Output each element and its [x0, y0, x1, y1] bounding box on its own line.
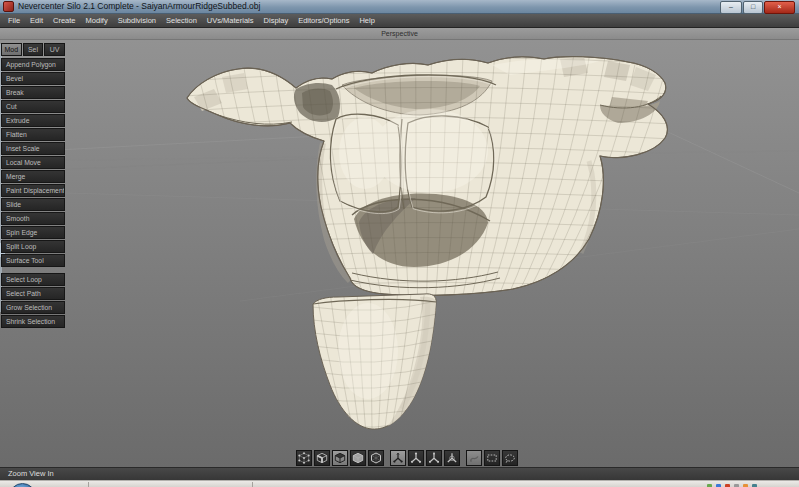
menu-item[interactable]: UVs/Materials — [202, 14, 259, 27]
selection-styles-group — [466, 450, 518, 466]
menu-item[interactable]: Create — [48, 14, 81, 27]
tool-button[interactable]: Local Move — [1, 156, 65, 169]
status-bar: Zoom View In — [0, 467, 799, 480]
tool-button[interactable]: Bevel — [1, 72, 65, 85]
viewport-toolbar — [296, 450, 518, 466]
armor-flap-mesh[interactable] — [312, 294, 437, 429]
tab-mod[interactable]: Mod — [1, 43, 22, 56]
tool-button[interactable]: Spin Edge — [1, 226, 65, 239]
tool-button[interactable]: Merge — [1, 170, 65, 183]
selection-tool-list: Select LoopSelect PathGrow SelectionShri… — [1, 273, 65, 328]
menu-item[interactable]: Help — [354, 14, 379, 27]
move-tool-icon[interactable] — [390, 450, 406, 466]
edge-mode-icon[interactable] — [314, 450, 330, 466]
object-mode-icon[interactable] — [350, 450, 366, 466]
app-icon — [3, 1, 14, 12]
viewport-perspective[interactable]: Mod Sel UV Append PolygonBevelBreakCutEx… — [0, 40, 799, 467]
tool-button[interactable]: Split Loop — [1, 240, 65, 253]
tool-panel: Mod Sel UV Append PolygonBevelBreakCutEx… — [1, 43, 65, 329]
viewport-canvas[interactable] — [0, 40, 799, 467]
rotate-tool-icon[interactable] — [408, 450, 424, 466]
area-select-icon[interactable] — [484, 450, 500, 466]
tool-button[interactable]: Smooth — [1, 212, 65, 225]
tool-button[interactable]: Surface Tool — [1, 254, 65, 267]
tool-button[interactable]: Inset Scale — [1, 142, 65, 155]
scale-tool-icon[interactable] — [426, 450, 442, 466]
menu-item[interactable]: Display — [259, 14, 294, 27]
tool-button[interactable]: Cut — [1, 100, 65, 113]
menu-item[interactable]: Editors/Options — [293, 14, 354, 27]
tool-panel-tabs: Mod Sel UV — [1, 43, 65, 56]
tool-button[interactable]: Append Polygon — [1, 58, 65, 71]
tool-button-list: Append PolygonBevelBreakCutExtrudeFlatte… — [1, 58, 65, 267]
paint-select-icon[interactable] — [466, 450, 482, 466]
polygon-mode-icon[interactable] — [368, 450, 384, 466]
tool-button[interactable]: Select Path — [1, 287, 65, 300]
lasso-select-icon[interactable] — [502, 450, 518, 466]
menu-bar: FileEditCreateModifySubdivisionSelection… — [0, 14, 799, 28]
tool-button[interactable]: Flatten — [1, 128, 65, 141]
tool-button[interactable]: Select Loop — [1, 273, 65, 286]
maximize-button[interactable]: □ — [743, 1, 763, 14]
menu-item[interactable]: Edit — [25, 14, 48, 27]
taskbar-separator — [88, 482, 89, 487]
status-text: Zoom View In — [8, 469, 54, 478]
window-title: Nevercenter Silo 2.1 Complete - SaiyanAr… — [18, 0, 260, 13]
start-button-icon[interactable] — [9, 483, 36, 487]
tab-uv[interactable]: UV — [44, 43, 65, 56]
tool-button[interactable]: Extrude — [1, 114, 65, 127]
viewport-label: Perspective — [0, 28, 799, 40]
tool-button[interactable]: Break — [1, 86, 65, 99]
tool-button[interactable]: Shrink Selection — [1, 315, 65, 328]
tool-button[interactable]: Grow Selection — [1, 301, 65, 314]
vertex-mode-icon[interactable] — [296, 450, 312, 466]
universal-tool-icon[interactable] — [444, 450, 460, 466]
menu-item[interactable]: File — [3, 14, 25, 27]
flap-highlight — [338, 303, 398, 399]
windows-taskbar[interactable] — [0, 480, 799, 487]
taskbar-separator — [252, 482, 253, 487]
tool-button[interactable]: Slide — [1, 198, 65, 211]
minimize-button[interactable]: – — [720, 1, 742, 14]
window-controls: – □ × — [720, 1, 795, 14]
menu-item[interactable]: Selection — [161, 14, 202, 27]
title-bar[interactable]: Nevercenter Silo 2.1 Complete - SaiyanAr… — [0, 0, 799, 14]
menu-item[interactable]: Modify — [81, 14, 113, 27]
armor-chest-mesh[interactable] — [184, 49, 672, 306]
face-mode-icon[interactable] — [332, 450, 348, 466]
tab-sel[interactable]: Sel — [23, 43, 44, 56]
close-button[interactable]: × — [764, 1, 795, 14]
component-modes-group — [296, 450, 384, 466]
tool-button[interactable]: Paint Displacement — [1, 184, 65, 197]
manipulators-group — [390, 450, 460, 466]
screen: { "window": { "title": "Nevercenter Silo… — [0, 0, 799, 487]
menu-item[interactable]: Subdivision — [113, 14, 161, 27]
